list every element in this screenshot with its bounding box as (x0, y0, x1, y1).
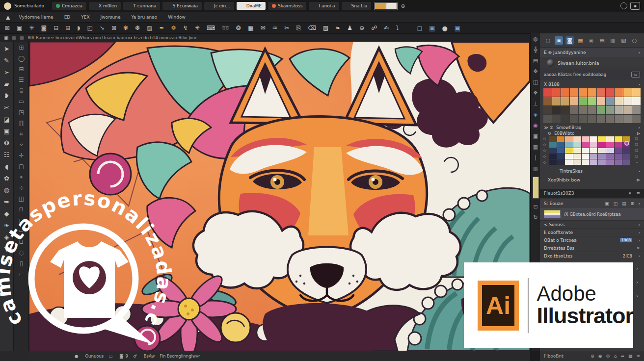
color-swatch[interactable] (632, 88, 641, 97)
tool-icon[interactable]: ▭ (19, 99, 24, 104)
color-swatch[interactable] (579, 97, 587, 105)
folder-icon[interactable]: ❏ (635, 143, 638, 147)
toolbar-icon[interactable]: ◗ (77, 25, 80, 31)
color-swatch[interactable] (561, 106, 569, 114)
tab-dot-icon[interactable] (12, 36, 16, 40)
tool-icon[interactable]: ⊞ (19, 45, 24, 51)
color-swatch[interactable] (579, 106, 587, 114)
color-swatch[interactable] (615, 154, 622, 159)
menu-item[interactable]: ED (64, 15, 71, 20)
bottom-action-icon[interactable]: ⌂ (614, 354, 617, 359)
color-swatch[interactable] (622, 148, 630, 154)
tool-icon[interactable]: ☰ (19, 77, 24, 83)
view-mode-icon[interactable]: ▣ (429, 25, 435, 31)
tool-icon[interactable]: ✛ (19, 153, 24, 158)
tool-icon[interactable]: ⁘ (19, 142, 24, 148)
toolbar-icon[interactable]: ▦ (248, 25, 253, 31)
toolbar-icon[interactable]: ⊕ (359, 25, 364, 31)
color-swatch[interactable] (622, 159, 630, 165)
tool-icon[interactable]: ✎ (4, 57, 9, 64)
tool-icon[interactable]: ▣ (3, 128, 9, 134)
tool-icon[interactable]: ◪ (3, 116, 9, 123)
color-swatch[interactable] (588, 115, 596, 123)
color-swatch[interactable] (598, 148, 606, 154)
tool-icon[interactable]: ◻ (19, 217, 24, 223)
chevron-right-icon[interactable]: › (638, 169, 640, 174)
tool-icon[interactable]: ➤ (4, 46, 9, 52)
tool-icon[interactable]: ⌙ (19, 228, 24, 234)
layer-item[interactable]: /X GBxtea.o8rd Roe8rptsaa (540, 208, 644, 220)
pattern-row[interactable]: Xoo9hibix bow ⊳ (540, 176, 644, 184)
toolbar-icon[interactable]: ✂ (284, 25, 289, 31)
color-swatch[interactable] (588, 106, 596, 114)
layers-action-icon[interactable]: ⊞ (631, 201, 635, 206)
chevron-icon[interactable]: ⊳ (636, 178, 640, 182)
color-swatch[interactable] (615, 97, 623, 105)
color-swatch[interactable] (549, 136, 557, 142)
toolbar-icon[interactable]: ⊠ (5, 25, 10, 31)
toolbar-icon[interactable]: ♟ (347, 25, 352, 31)
bottom-action-icon[interactable]: ▦ (628, 354, 633, 359)
tool-icon[interactable]: ☷ (4, 152, 10, 158)
taskbar-tab[interactable]: I anoi a (309, 2, 339, 10)
library-row[interactable]: xaooa Kliatas free ooitdoabag ▭ (540, 69, 644, 80)
chevron-right-icon[interactable]: › (636, 293, 638, 299)
color-swatch[interactable] (590, 154, 597, 159)
tool-icon[interactable]: ◆ (4, 210, 9, 217)
tool-icon[interactable]: ◯ (18, 55, 25, 61)
view-mode-icon[interactable]: ▣ (455, 25, 460, 31)
color-swatch[interactable] (557, 154, 565, 159)
toolbar-icon[interactable]: ➿ (222, 25, 229, 31)
panel-tab-icon[interactable]: ▧ (619, 36, 628, 45)
toolbar-icon[interactable]: ◙ (41, 25, 47, 31)
color-swatch[interactable] (552, 115, 561, 123)
dock-panel-icon[interactable]: ❖ (533, 90, 538, 96)
taskbar-tab[interactable]: Skaxnstoss (268, 2, 306, 10)
chevron-right-icon[interactable]: › (635, 222, 640, 227)
property-row[interactable]: OBat o Tsrcxea 1908 › (540, 236, 644, 244)
panel-tab-icon[interactable]: ○ (630, 36, 639, 45)
menu-item[interactable]: Ya bru anao (131, 15, 157, 20)
color-swatch[interactable] (582, 142, 590, 148)
dock-panel-icon[interactable]: ◈ (534, 112, 537, 117)
tool-icon[interactable]: ✿ (4, 175, 9, 181)
color-swatch[interactable] (582, 159, 590, 165)
tool-icon[interactable]: ◍ (4, 187, 9, 193)
chevron-right-icon[interactable]: › (638, 82, 640, 87)
tool-icon[interactable]: ⊓ (19, 206, 24, 212)
toolbar-icon[interactable]: ✒ (160, 25, 164, 31)
toolbar-icon[interactable]: ⎘ (296, 25, 301, 31)
app-window-icon[interactable]: ▪ (630, 2, 640, 10)
bottom-action-icon[interactable]: ➦ (620, 354, 624, 359)
layers-action-icon[interactable]: ◫ (614, 201, 618, 206)
tool-icon[interactable]: ◫ (19, 196, 24, 202)
toolbar-icon[interactable]: ❆ (135, 25, 140, 31)
tool-icon[interactable]: ✂ (4, 104, 9, 111)
status-item[interactable]: ● (75, 354, 80, 359)
color-swatch[interactable] (570, 97, 578, 105)
toolbar-icon[interactable]: ✳ (195, 25, 200, 31)
toolbar-icon[interactable]: ⊟ (54, 25, 58, 31)
color-swatch[interactable] (582, 136, 590, 142)
tool-icon[interactable]: ➣ (4, 69, 9, 76)
color-swatch[interactable] (570, 88, 578, 97)
taskbar-tab[interactable]: X m0len (89, 2, 121, 10)
tool-icon[interactable]: ➥ (4, 199, 9, 205)
taskbar-tab[interactable]: DxaME (237, 2, 266, 10)
folder-icon[interactable]: ⌁ (636, 160, 638, 164)
bottom-action-icon[interactable]: ≋ (636, 354, 640, 359)
dock-panel-icon[interactable]: ▦ (533, 144, 538, 150)
status-item[interactable]: ♂ (133, 354, 139, 359)
properties-header[interactable]: Fleuot1s30Z3 ▾ ≡ (540, 189, 644, 198)
toolbar-icon[interactable]: ✉ (260, 25, 265, 31)
dropdown-icon[interactable]: ▾ (629, 191, 631, 196)
panel-tab-icon[interactable]: ▦ (576, 36, 585, 45)
property-row[interactable]: < Sonoss › (540, 220, 644, 228)
toolbar-icon[interactable]: ❁ (171, 25, 176, 31)
taskbar-tab[interactable]: Sna Lia (342, 2, 372, 10)
color-swatch[interactable] (565, 136, 573, 142)
color-swatch[interactable] (615, 115, 623, 123)
color-swatch[interactable] (549, 148, 557, 154)
dock-panel-icon[interactable]: ◫ (533, 79, 538, 85)
menu-item[interactable]: YEX (81, 15, 89, 20)
